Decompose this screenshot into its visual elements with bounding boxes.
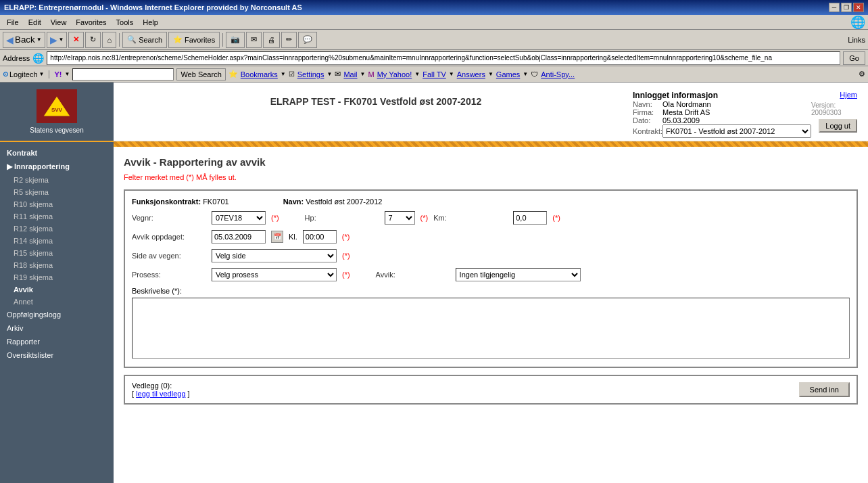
falltv-link[interactable]: Fall TV xyxy=(423,70,446,78)
antispy-link[interactable]: Anti-Spy... xyxy=(541,70,575,78)
search-icon: 🔍 xyxy=(127,35,137,44)
mail-button[interactable]: ✉ xyxy=(246,32,262,48)
sidebar-item-innrapportering[interactable]: ▶ Innrapportering xyxy=(0,160,114,174)
mail-link[interactable]: Mail xyxy=(343,70,357,78)
dato-value: 05.03.2009 xyxy=(662,116,811,124)
window-controls: ─ ❐ ✕ xyxy=(829,3,864,12)
logitech-dropdown-icon[interactable]: ▼ xyxy=(39,71,45,77)
address-bar: Address 🌐 Go xyxy=(0,50,868,66)
games-dropdown-icon[interactable]: ▼ xyxy=(523,71,528,77)
settings-link[interactable]: Settings xyxy=(297,70,324,78)
beskrivelse-textarea[interactable] xyxy=(132,298,850,359)
answers-link[interactable]: Answers xyxy=(457,70,485,78)
yahoo-dropdown-icon[interactable]: ▼ xyxy=(65,71,70,77)
forward-button[interactable]: ▶ ▼ xyxy=(47,32,68,48)
bookmarks-dropdown-icon[interactable]: ▼ xyxy=(281,71,286,77)
search-button[interactable]: 🔍 Search xyxy=(122,32,167,48)
go-button[interactable]: Go xyxy=(843,51,865,65)
search-bar: ⊙ Logitech ▼ Y! ▼ Web Search ⭐ Bookmarks… xyxy=(0,66,868,83)
games-link[interactable]: Games xyxy=(496,70,520,78)
toolbar: ◀ Back ▼ ▶ ▼ ✕ ↻ ⌂ 🔍 Search ⭐ Favorites … xyxy=(0,30,868,50)
sidebar-item-arkiv[interactable]: Arkiv xyxy=(0,321,114,335)
menu-tools[interactable]: Tools xyxy=(112,17,138,28)
print-button[interactable]: 🖨 xyxy=(263,32,280,48)
back-label: Back xyxy=(15,34,35,45)
vegnr-select[interactable]: 07EV18 xyxy=(212,211,266,225)
send-inn-button[interactable]: Send inn xyxy=(799,382,850,397)
logg-ut-button[interactable]: Logg ut xyxy=(819,119,857,133)
sidebar-item-r5[interactable]: R5 skjema xyxy=(0,186,114,198)
web-search-input[interactable] xyxy=(72,68,174,80)
sidebar-item-r10[interactable]: R10 skjema xyxy=(0,198,114,210)
window-title: ELRAPP: Entreprenørmodul - Windows Inter… xyxy=(4,3,302,12)
address-input[interactable] xyxy=(47,51,840,65)
settings-dropdown-icon[interactable]: ▼ xyxy=(327,71,332,77)
mail-icon: ✉ xyxy=(335,70,341,78)
km-input[interactable] xyxy=(513,211,547,225)
address-icon: 🌐 xyxy=(32,53,44,64)
hp-required: (*) xyxy=(420,214,429,222)
vedlegg-actions: [ legg til vedlegg ] xyxy=(132,390,190,398)
links-label[interactable]: Links xyxy=(848,36,865,44)
stop-button[interactable]: ✕ xyxy=(68,32,84,48)
sidebar-item-r14[interactable]: R14 skjema xyxy=(0,235,114,247)
web-search-button[interactable]: Web Search xyxy=(176,68,225,80)
search-bar-options-icon[interactable]: ⚙ xyxy=(859,70,865,78)
myyahoo-link[interactable]: My Yahoo! xyxy=(377,70,412,78)
sidebar-item-r12[interactable]: R12 skjema xyxy=(0,223,114,235)
sidebar-item-rapporter[interactable]: Rapporter xyxy=(0,335,114,348)
sidebar-item-r11[interactable]: R11 skjema xyxy=(0,210,114,223)
avvik-oppdaget-input[interactable] xyxy=(212,230,266,244)
minimize-button[interactable]: ─ xyxy=(829,3,840,12)
bookmarks-link[interactable]: Bookmarks xyxy=(241,70,278,78)
myyahoo-dropdown-icon[interactable]: ▼ xyxy=(414,71,420,77)
mail-dropdown-icon[interactable]: ▼ xyxy=(360,71,366,77)
time-input[interactable] xyxy=(303,230,337,244)
menu-view[interactable]: View xyxy=(47,17,71,28)
avvik-type-label: Avvik: xyxy=(376,271,450,279)
side-av-vegen-select[interactable]: Velg side xyxy=(212,249,337,262)
avvik-type-select[interactable]: Ingen tilgjengelig xyxy=(456,268,581,281)
innrapportering-label: Innrapportering xyxy=(14,162,70,170)
home-button[interactable]: ⌂ xyxy=(102,32,116,48)
firma-key-label: Firma: xyxy=(633,108,662,116)
svg-marker-0 xyxy=(43,96,70,116)
sidebar-item-annet[interactable]: Annet xyxy=(0,296,114,308)
toolbar-separator xyxy=(119,33,120,47)
antispy-icon: 🛡 xyxy=(531,70,538,78)
sidebar-item-avvik[interactable]: Avvik xyxy=(0,283,114,296)
menu-edit[interactable]: Edit xyxy=(24,17,45,28)
answers-dropdown-icon[interactable]: ▼ xyxy=(488,71,493,77)
sidebar-item-r2[interactable]: R2 skjema xyxy=(0,174,114,186)
sidebar-item-oppfolgingslogg[interactable]: Oppfølgingslogg xyxy=(0,308,114,321)
hp-select[interactable]: 7 xyxy=(385,211,415,225)
prosess-select[interactable]: Velg prosess xyxy=(212,268,337,281)
discuss-button[interactable]: 💬 xyxy=(298,32,317,48)
edit-button[interactable]: ✏ xyxy=(281,32,297,48)
menu-file[interactable]: File xyxy=(3,17,23,28)
favorites-button[interactable]: ⭐ Favorites xyxy=(168,32,220,48)
calendar-button[interactable]: 📅 xyxy=(271,231,283,243)
favorites-icon: ⭐ xyxy=(173,35,183,44)
hjem-link[interactable]: Hjem xyxy=(840,91,857,99)
vedlegg-label: Vedlegg (0): xyxy=(132,382,190,390)
close-button[interactable]: ✕ xyxy=(853,3,864,12)
restore-button[interactable]: ❐ xyxy=(841,3,852,12)
kontrakt-select[interactable]: FK0701 - Vestfold øst 2007-2012 xyxy=(662,124,811,138)
info-table: Navn: Ola Nordmann Firma: Mesta Drift AS… xyxy=(633,100,811,138)
dato-key-label: Dato: xyxy=(633,116,662,124)
media-button[interactable]: 📷 xyxy=(226,32,245,48)
falltv-dropdown-icon[interactable]: ▼ xyxy=(449,71,454,77)
sidebar-item-r18[interactable]: R18 skjema xyxy=(0,259,114,271)
sidebar-item-r15[interactable]: R15 skjema xyxy=(0,247,114,259)
sidebar-item-r19[interactable]: R19 skjema xyxy=(0,271,114,283)
menu-help[interactable]: Help xyxy=(139,17,162,28)
sidebar-item-kontrakt[interactable]: Kontrakt xyxy=(0,146,114,160)
refresh-button[interactable]: ↻ xyxy=(85,32,101,48)
menu-favorites[interactable]: Favorites xyxy=(72,17,110,28)
naam-key-label: Navn: xyxy=(633,100,662,108)
legg-til-vedlegg-link[interactable]: legg til vedlegg xyxy=(136,390,185,398)
back-button[interactable]: ◀ Back ▼ xyxy=(3,32,45,48)
logitech-area: ⊙ Logitech ▼ xyxy=(3,70,49,78)
sidebar-item-oversiktslister[interactable]: Oversiktslister xyxy=(0,348,114,362)
